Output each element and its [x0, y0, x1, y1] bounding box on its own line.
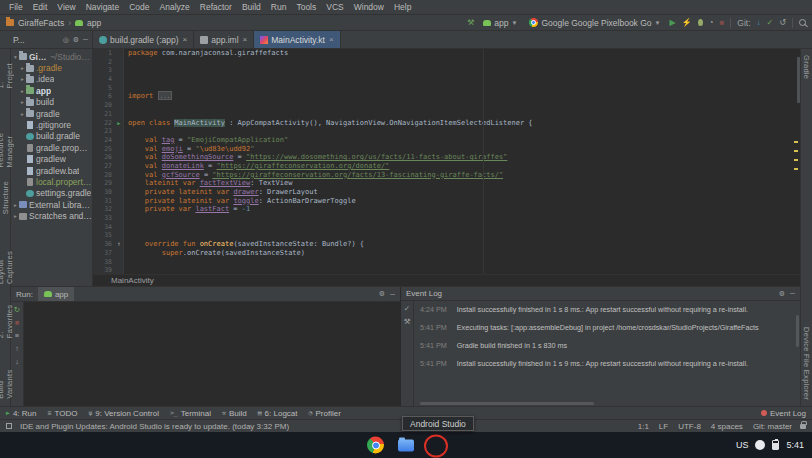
- line-separator[interactable]: LF: [659, 422, 668, 431]
- android-studio-shelf-icon[interactable]: [428, 437, 445, 454]
- close-icon[interactable]: ×: [183, 35, 188, 44]
- tree-item-gradle.properties[interactable]: gradle.properties: [11, 142, 92, 153]
- git-update-icon[interactable]: ↓: [757, 19, 761, 27]
- toolwindow-button-build[interactable]: ⚒Build: [222, 409, 247, 418]
- toolwindow-button-logcat[interactable]: ▤6: Logcat: [258, 409, 298, 418]
- tree-item-build.gradle[interactable]: build.gradle: [11, 131, 92, 142]
- tree-item-Scratches and Consoles[interactable]: ▸Scratches and Consoles: [11, 210, 92, 221]
- code-lines[interactable]: 1package com.naranjaconsal.giraffefacts2…: [93, 49, 800, 274]
- toolwindow-button----favorites[interactable]: 2: Favorites: [0, 298, 14, 338]
- toolwindow-button----project[interactable]: 1: Project: [0, 56, 14, 89]
- horizontal-scrollbar[interactable]: [420, 402, 594, 405]
- tree-item-settings.gradle[interactable]: settings.gradle: [11, 188, 92, 199]
- down-icon[interactable]: ↓: [15, 357, 19, 366]
- files-app-icon[interactable]: [398, 439, 414, 451]
- warning-stripe-mark[interactable]: [794, 141, 798, 143]
- run-button[interactable]: ▶: [670, 19, 676, 27]
- expand-arrow-icon[interactable]: ▸: [19, 76, 26, 82]
- toolwindow-button-profiler[interactable]: ◔Profiler: [309, 409, 341, 418]
- hide-panel-icon[interactable]: ─: [390, 291, 395, 298]
- debug-icon[interactable]: [698, 19, 703, 26]
- toolwindow-button-vcs[interactable]: ψ9: Version Control: [88, 409, 159, 418]
- indent-style[interactable]: 4 spaces: [711, 422, 743, 431]
- menu-item-code[interactable]: Code: [124, 2, 154, 12]
- expand-arrow-icon[interactable]: ▸: [12, 213, 19, 219]
- gear-icon[interactable]: ⚙: [379, 290, 385, 298]
- tree-item-.idea[interactable]: ▸.idea: [11, 74, 92, 85]
- stop-icon[interactable]: ■: [15, 318, 20, 327]
- menu-item-vcs[interactable]: VCS: [321, 2, 348, 12]
- stop-icon[interactable]: ■: [720, 19, 725, 27]
- readonly-lock-icon[interactable]: [800, 424, 806, 429]
- close-icon[interactable]: ×: [243, 35, 248, 44]
- tree-item-build[interactable]: ▸build: [11, 97, 92, 108]
- menu-item-view[interactable]: View: [52, 2, 80, 12]
- tab-MainActivity.kt[interactable]: MainActivity.kt×: [254, 31, 340, 48]
- status-message[interactable]: IDE and Plugin Updates: Android Studio i…: [20, 422, 289, 431]
- expand-arrow-icon[interactable]: ▸: [19, 111, 26, 117]
- gear-icon[interactable]: ⚙: [73, 36, 79, 44]
- toolwindow-button-device-file-explorer[interactable]: Device File Explorer: [802, 327, 811, 400]
- vertical-scrollbar[interactable]: [796, 315, 799, 347]
- expand-arrow-icon[interactable]: ▸: [12, 202, 19, 208]
- warning-stripe-mark[interactable]: [794, 150, 798, 152]
- up-icon[interactable]: ↑: [15, 344, 19, 353]
- keyboard-layout-label[interactable]: US: [736, 440, 749, 450]
- toolwindow-button-build-variants[interactable]: Build Variants: [0, 352, 14, 399]
- expand-arrow-icon[interactable]: ▸: [19, 88, 26, 94]
- menu-item-file[interactable]: File: [4, 2, 28, 12]
- toolwindow-button-terminal[interactable]: >_Terminal: [170, 409, 211, 418]
- close-icon[interactable]: ×: [329, 35, 334, 44]
- menu-item-edit[interactable]: Edit: [28, 2, 53, 12]
- toolwindow-button-resource-manager[interactable]: Resource Manager: [0, 103, 14, 167]
- menu-item-build[interactable]: Build: [237, 2, 266, 12]
- toolwindow-button-run[interactable]: ▶4: Run: [6, 409, 37, 418]
- run-gutter-icon[interactable]: ▶: [115, 119, 124, 128]
- tree-item-.gradle[interactable]: ▸.gradle: [11, 62, 92, 73]
- override-gutter-icon[interactable]: ↑: [115, 240, 124, 249]
- expand-arrow-icon[interactable]: ▸: [19, 99, 26, 105]
- wrench-icon[interactable]: ⚒: [404, 317, 411, 326]
- toolwindow-button-gradle[interactable]: Gradle: [802, 55, 811, 79]
- tree-item-gradle[interactable]: ▸gradle: [11, 108, 92, 119]
- git-branch[interactable]: Git: master: [753, 422, 792, 431]
- run-console[interactable]: [24, 302, 400, 406]
- breadcrumb-module[interactable]: app: [87, 18, 101, 28]
- chrome-icon[interactable]: [367, 437, 384, 454]
- menu-item-analyze[interactable]: Analyze: [155, 2, 195, 12]
- hide-panel-icon[interactable]: ─: [83, 36, 88, 43]
- rerun-icon[interactable]: ↻: [14, 305, 20, 314]
- toolwindow-button-todo[interactable]: ≡TODO: [48, 409, 78, 418]
- warning-stripe-mark[interactable]: [794, 168, 798, 170]
- project-panel-title[interactable]: P...: [13, 35, 25, 45]
- device-dropdown[interactable]: Google Google Pixelbook Go ▼: [526, 16, 663, 29]
- toolwindow-button-structure[interactable]: Structure: [1, 181, 10, 214]
- menu-item-run[interactable]: Run: [266, 2, 292, 12]
- breadcrumb[interactable]: MainActivity: [93, 274, 800, 286]
- search-icon[interactable]: [799, 19, 806, 26]
- run-tab-app[interactable]: app: [38, 287, 74, 301]
- file-encoding[interactable]: UTF-8: [678, 422, 701, 431]
- toolwindow-event-log-button[interactable]: Event Log: [761, 409, 806, 418]
- tree-item-gradlew[interactable]: gradlew: [11, 154, 92, 165]
- menu-item-help[interactable]: Help: [389, 2, 416, 12]
- tree-item-GiraffeFacts[interactable]: ▾GiraffeFacts~/StudioProjects/GiraffeFac…: [11, 51, 92, 62]
- mark-icon[interactable]: ✓: [404, 304, 410, 313]
- menu-item-navigate[interactable]: Navigate: [81, 2, 125, 12]
- git-rollback-icon[interactable]: ↺: [779, 19, 786, 27]
- system-tray[interactable]: US 5:41: [736, 440, 804, 450]
- tree-item-External Libraries[interactable]: ▸External Libraries: [11, 199, 92, 210]
- hide-panel-icon[interactable]: ─: [790, 290, 795, 297]
- menu-item-refactor[interactable]: Refactor: [195, 2, 237, 12]
- tab-build.gradle (:app)[interactable]: build.gradle (:app)×: [93, 31, 194, 48]
- toolwindow-button-layout-captures[interactable]: Layout Captures: [0, 228, 14, 284]
- breadcrumb-project[interactable]: GiraffeFacts: [18, 18, 64, 28]
- tree-item-gradlew.bat[interactable]: gradlew.bat: [11, 165, 92, 176]
- menu-item-tools[interactable]: Tools: [291, 2, 321, 12]
- notification-icon[interactable]: [755, 440, 765, 450]
- tree-item-.gitignore[interactable]: .gitignore: [11, 119, 92, 130]
- tree-item-app[interactable]: ▸app: [11, 85, 92, 96]
- locate-file-icon[interactable]: ◎: [63, 36, 69, 44]
- git-commit-icon[interactable]: ✓: [767, 19, 774, 27]
- profiler-icon[interactable]: ◔: [709, 19, 714, 27]
